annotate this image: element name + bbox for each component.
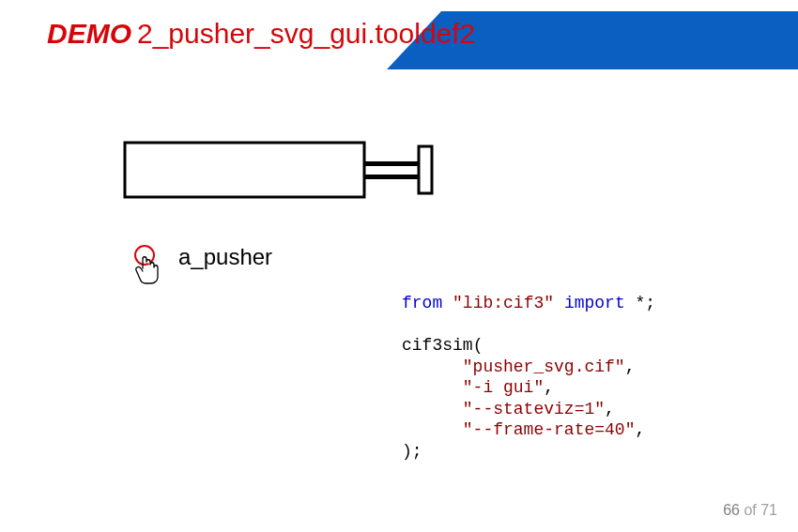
code-arg-3: "--frame-rate=40" <box>463 420 636 439</box>
slide-title: DEMO2_pusher_svg_gui.tooldef2 <box>47 17 475 51</box>
pusher-body-rect <box>125 143 364 197</box>
code-kw-from: from <box>402 294 442 312</box>
code-block: from "lib:cif3" import *; cif3sim( "push… <box>402 293 655 462</box>
code-arg-0: "pusher_svg.cif" <box>463 357 625 376</box>
page-of-word: of <box>744 502 756 518</box>
title-demo-word: DEMO <box>47 18 131 49</box>
page-number: 66 of 71 <box>723 502 777 519</box>
pusher-rod-bottom <box>364 175 419 179</box>
slide: DEMO2_pusher_svg_gui.tooldef2 a_pusher f… <box>0 0 798 532</box>
code-kw-import: import <box>564 294 625 312</box>
code-str-lib: "lib:cif3" <box>453 294 554 312</box>
a-pusher-label: a_pusher <box>178 244 272 270</box>
pusher-svg <box>120 131 458 235</box>
code-arg-2: "--stateviz=1" <box>463 400 605 418</box>
pusher-end-plate <box>419 146 432 193</box>
code-arg-1: "-i gui" <box>463 378 544 397</box>
page-current: 66 <box>723 502 740 518</box>
pusher-rod-top <box>364 161 419 166</box>
code-close: ); <box>402 442 422 461</box>
code-semi-1: ; <box>645 294 655 312</box>
radio-circle-icon <box>135 246 154 265</box>
title-filename: 2_pusher_svg_gui.tooldef2 <box>137 18 475 49</box>
a-pusher-button[interactable] <box>128 245 175 292</box>
header-accent-bar <box>441 11 798 69</box>
page-total: 71 <box>760 502 777 518</box>
code-star: * <box>636 294 646 312</box>
code-open-paren: ( <box>473 336 483 355</box>
code-fn: cif3sim <box>402 336 473 355</box>
